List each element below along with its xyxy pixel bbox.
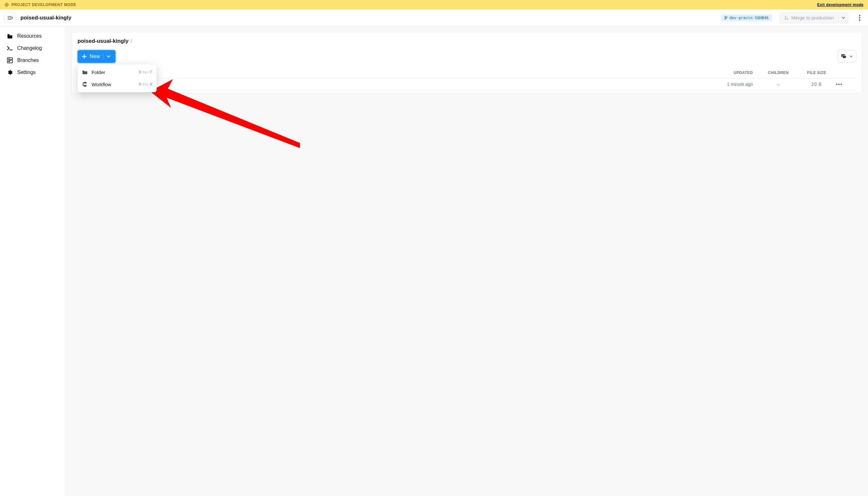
chevron-down-icon (107, 55, 110, 58)
dropdown-item-label: Workflow (92, 82, 111, 87)
svg-point-6 (726, 17, 727, 17)
terminal-icon (7, 45, 13, 51)
sidebar: Resources Changelog Branches Settings (0, 26, 66, 496)
sidebar-item-changelog[interactable]: Changelog (0, 42, 65, 54)
row-size-cell: 20 B (798, 82, 836, 87)
col-header-filesize: FILE SIZE (798, 71, 836, 75)
svg-point-5 (725, 18, 725, 19)
keyboard-hint: N then F (139, 70, 152, 74)
table-header-row: NAME UPDATED CHILDREN FILE SIZE (78, 67, 856, 78)
merge-dropdown-button[interactable] (838, 13, 848, 23)
more-menu-button[interactable] (856, 14, 864, 22)
svg-point-4 (725, 16, 725, 17)
col-header-children: CHILDREN (759, 71, 798, 75)
new-folder-option[interactable]: Folder N then F (78, 66, 157, 78)
col-header-name: NAME (79, 71, 711, 75)
resources-panel: poised-usual-kingly / New (72, 32, 862, 93)
svg-rect-14 (7, 58, 13, 63)
keyboard-hint: N then W (139, 82, 152, 87)
sidebar-toggle-button[interactable] (4, 13, 16, 23)
dev-mode-label: PROJECT DEVELOPMENT MODE (12, 2, 76, 7)
dev-mode-banner: PROJECT DEVELOPMENT MODE Exit developmen… (0, 0, 868, 10)
ellipsis-icon (836, 83, 842, 85)
new-workflow-option[interactable]: Workflow N then W (78, 78, 157, 90)
main-content: poised-usual-kingly / New (66, 26, 868, 496)
new-button-label: New (90, 53, 100, 59)
branches-icon (7, 58, 13, 63)
svg-point-7 (785, 16, 786, 17)
svg-point-26 (840, 83, 842, 85)
new-dropdown-menu: Folder N then F Workflo (78, 64, 157, 92)
dev-mode-icon (4, 2, 9, 7)
merge-icon (784, 16, 789, 20)
chevron-down-icon (842, 17, 845, 19)
stack-icon (841, 54, 847, 59)
sidebar-item-settings[interactable]: Settings (0, 66, 65, 78)
merge-label: Merge to production (791, 15, 834, 20)
breadcrumb: poised-usual-kingly / (78, 38, 856, 44)
svg-point-9 (787, 18, 788, 19)
kebab-icon (859, 15, 861, 21)
merge-to-production-button[interactable]: Merge to production (780, 13, 838, 23)
sidebar-item-resources[interactable]: Resources (0, 30, 65, 42)
folder-icon (82, 69, 88, 75)
svg-point-25 (838, 83, 840, 85)
svg-point-12 (859, 19, 861, 21)
row-actions-button[interactable] (836, 83, 855, 85)
svg-point-11 (859, 17, 861, 18)
breadcrumb-root[interactable]: poised-usual-kingly (78, 38, 129, 44)
project-title: poised-usual-kingly (20, 15, 72, 21)
sidebar-item-label: Settings (17, 69, 36, 75)
row-updated-cell: 1 minute ago (711, 82, 759, 87)
sidebar-item-label: Resources (17, 33, 42, 39)
col-header-updated: UPDATED (711, 71, 759, 75)
folder-icon (7, 33, 13, 39)
new-button[interactable]: New (78, 50, 115, 63)
row-children-cell: – (759, 82, 798, 87)
svg-rect-21 (84, 85, 86, 87)
sidebar-item-label: Branches (17, 58, 39, 63)
workflow-icon (82, 81, 88, 87)
exit-dev-mode-link[interactable]: Exit development mode (817, 2, 864, 7)
gear-icon (7, 69, 13, 75)
plus-icon (82, 54, 86, 59)
dropdown-item-label: Folder (92, 69, 105, 75)
svg-point-24 (836, 83, 837, 85)
chevron-down-icon (850, 55, 853, 58)
svg-point-8 (785, 18, 786, 19)
svg-rect-20 (84, 82, 86, 83)
merge-button-group: Merge to production (779, 13, 848, 23)
sidebar-item-branches[interactable]: Branches (0, 54, 65, 66)
app-header: poised-usual-kingly dev-pravin-SQHB46 Me… (0, 10, 868, 26)
sidebar-item-label: Changelog (17, 45, 42, 51)
branch-badge[interactable]: dev-pravin-SQHB46 (721, 14, 772, 21)
breadcrumb-sep: / (130, 38, 132, 44)
svg-rect-23 (842, 56, 846, 58)
view-mode-selector[interactable] (838, 50, 856, 63)
branch-icon (724, 16, 728, 20)
svg-point-0 (6, 4, 7, 5)
svg-point-10 (859, 15, 861, 16)
divider (103, 53, 104, 60)
table-row[interactable]: 1 minute ago – 20 B (78, 78, 856, 90)
branch-name: dev-pravin-SQHB46 (729, 16, 769, 20)
